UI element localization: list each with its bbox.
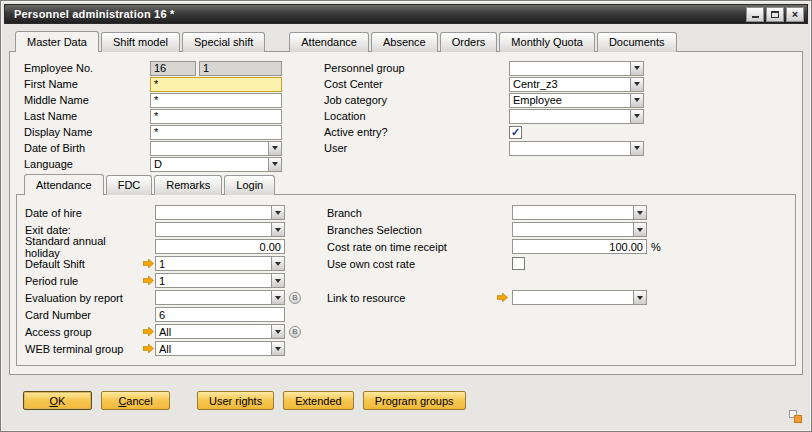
subtab-login[interactable]: Login — [224, 175, 275, 195]
tab-monthly-quota[interactable]: Monthly Quota — [499, 32, 595, 52]
date-of-birth-label: Date of Birth — [24, 142, 150, 154]
subtab-fdc[interactable]: FDC — [106, 175, 153, 195]
default-shift-label: Default Shift — [25, 258, 143, 270]
minimize-button[interactable] — [746, 7, 764, 22]
exit-date-dropdown[interactable] — [155, 222, 285, 237]
job-category-row: Job category Employee — [324, 92, 644, 108]
ok-button[interactable]: OK — [23, 391, 92, 410]
main-tabstrip: Master Data Shift model Special shift At… — [15, 32, 808, 52]
dropdown-arrow-icon[interactable] — [630, 78, 643, 91]
minimize-icon — [752, 16, 759, 18]
resize-grip[interactable] — [789, 410, 802, 423]
access-group-row: Access group All B — [25, 323, 301, 340]
last-name-row: Last Name * — [24, 108, 296, 124]
dropdown-arrow-icon[interactable] — [268, 158, 281, 171]
tab-special-shift[interactable]: Special shift — [182, 32, 265, 52]
window-controls: × — [746, 7, 804, 22]
web-terminal-group-dropdown[interactable]: All — [155, 341, 285, 356]
web-terminal-group-label: WEB terminal group — [25, 343, 143, 355]
branch-dropdown[interactable] — [512, 205, 647, 220]
period-rule-dropdown[interactable]: 1 — [155, 273, 285, 288]
tab-gap — [267, 32, 289, 52]
access-group-circle-icon[interactable]: B — [289, 326, 301, 338]
link-to-resource-label: Link to resource — [327, 292, 497, 304]
dropdown-arrow-icon[interactable] — [271, 325, 284, 338]
tab-shift-model[interactable]: Shift model — [101, 32, 180, 52]
link-arrow-icon[interactable] — [143, 327, 154, 336]
link-arrow-icon[interactable] — [143, 276, 154, 285]
dropdown-arrow-icon[interactable] — [633, 291, 646, 304]
standard-annual-holiday-field[interactable]: 0.00 — [155, 239, 285, 254]
title-bar[interactable]: Personnel administration 16 * × — [4, 4, 808, 24]
display-name-row: Display Name * — [24, 124, 296, 140]
subtab-attendance[interactable]: Attendance — [24, 174, 104, 195]
dropdown-arrow-icon[interactable] — [271, 291, 284, 304]
evaluation-report-circle-icon[interactable]: B — [289, 292, 301, 304]
cost-rate-field[interactable]: 100.00 — [512, 239, 647, 254]
dropdown-arrow-icon[interactable] — [630, 110, 643, 123]
link-to-resource-row: Link to resource — [327, 289, 661, 306]
evaluation-by-report-label: Evaluation by report — [25, 292, 143, 304]
middle-name-field[interactable]: * — [150, 93, 282, 108]
extended-button[interactable]: Extended — [283, 391, 353, 410]
link-to-resource-dropdown[interactable] — [512, 290, 647, 305]
location-dropdown[interactable] — [509, 109, 644, 124]
dropdown-arrow-icon[interactable] — [630, 94, 643, 107]
use-own-cost-rate-row: Use own cost rate — [327, 255, 661, 272]
dropdown-arrow-icon[interactable] — [271, 342, 284, 355]
language-dropdown[interactable]: D — [150, 157, 282, 172]
active-entry-checkbox[interactable]: ✓ — [509, 126, 522, 139]
dropdown-arrow-icon[interactable] — [630, 142, 643, 155]
access-group-label: Access group — [25, 326, 143, 338]
program-groups-button[interactable]: Program groups — [363, 391, 466, 410]
last-name-field[interactable]: * — [150, 109, 282, 124]
cost-center-dropdown[interactable]: Centr_z3 — [509, 77, 644, 92]
middle-name-label: Middle Name — [24, 94, 150, 106]
job-category-dropdown[interactable]: Employee — [509, 93, 644, 108]
tab-attendance[interactable]: Attendance — [289, 32, 369, 52]
evaluation-by-report-dropdown[interactable] — [155, 290, 285, 305]
tab-orders[interactable]: Orders — [440, 32, 498, 52]
link-arrow-icon[interactable] — [497, 293, 508, 302]
dropdown-arrow-icon[interactable] — [271, 257, 284, 270]
first-name-field[interactable]: * — [150, 77, 282, 92]
use-own-cost-rate-checkbox[interactable] — [512, 257, 525, 270]
personnel-group-dropdown[interactable] — [509, 61, 644, 76]
user-label: User — [324, 142, 494, 154]
language-row: Language D — [24, 156, 296, 172]
cancel-button[interactable]: Cancel — [101, 391, 170, 410]
dropdown-arrow-icon[interactable] — [633, 206, 646, 219]
active-entry-row: Active entry? ✓ — [324, 124, 644, 140]
subtab-remarks[interactable]: Remarks — [154, 175, 222, 195]
dropdown-arrow-icon[interactable] — [630, 62, 643, 75]
tab-absence[interactable]: Absence — [371, 32, 438, 52]
active-entry-label: Active entry? — [324, 126, 494, 138]
card-number-label: Card Number — [25, 309, 143, 321]
tab-documents[interactable]: Documents — [597, 32, 677, 52]
link-arrow-icon[interactable] — [143, 344, 154, 353]
date-of-hire-dropdown[interactable] — [155, 205, 285, 220]
maximize-icon — [771, 11, 779, 18]
user-rights-button[interactable]: User rights — [197, 391, 274, 410]
tab-master-data[interactable]: Master Data — [15, 31, 99, 52]
master-right-column: Personnel group Cost Center Centr_z3 — [324, 60, 644, 172]
dropdown-arrow-icon[interactable] — [633, 223, 646, 236]
branches-selection-dropdown[interactable] — [512, 222, 647, 237]
dropdown-arrow-icon[interactable] — [271, 223, 284, 236]
maximize-button[interactable] — [766, 7, 784, 22]
access-group-dropdown[interactable]: All — [155, 324, 285, 339]
card-number-field[interactable]: 6 — [155, 307, 285, 322]
location-row: Location — [324, 108, 644, 124]
cost-center-label: Cost Center — [324, 78, 494, 90]
link-arrow-icon[interactable] — [143, 259, 154, 268]
date-of-hire-row: Date of hire — [25, 204, 301, 221]
period-rule-row: Period rule 1 — [25, 272, 301, 289]
date-of-birth-dropdown[interactable] — [150, 141, 282, 156]
display-name-field[interactable]: * — [150, 125, 282, 140]
user-dropdown[interactable] — [509, 141, 644, 156]
dropdown-arrow-icon[interactable] — [271, 274, 284, 287]
default-shift-dropdown[interactable]: 1 — [155, 256, 285, 271]
dropdown-arrow-icon[interactable] — [271, 206, 284, 219]
dropdown-arrow-icon[interactable] — [268, 142, 281, 155]
close-button[interactable]: × — [786, 7, 804, 22]
